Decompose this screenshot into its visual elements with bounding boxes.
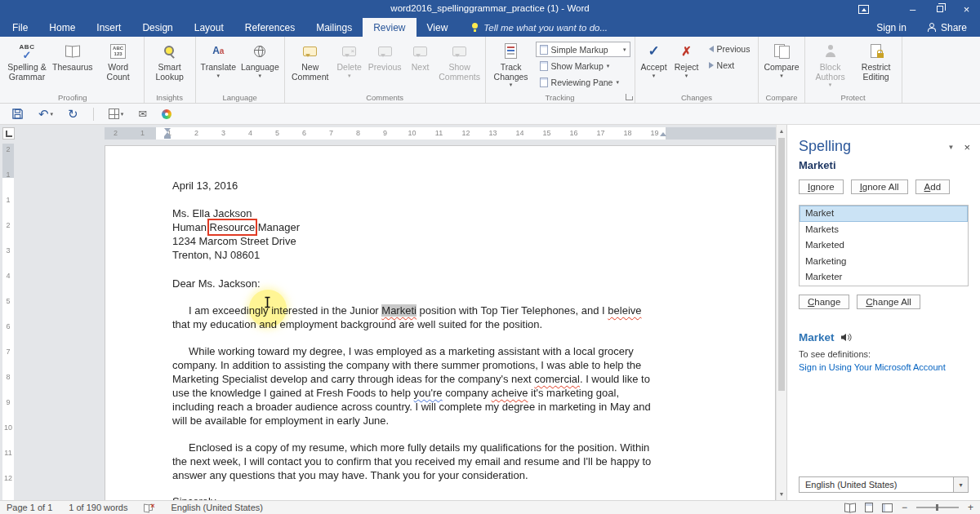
language-button[interactable]: Language ▾ [238,38,282,91]
left-indent-marker[interactable] [164,136,171,139]
reviewing-pane-button[interactable]: Reviewing Pane ▾ [536,75,630,90]
next-change-button[interactable]: Next [705,58,755,73]
mail-button[interactable]: ✉ [138,108,147,120]
add-button[interactable]: Add [915,179,950,194]
document-scrollbar[interactable]: ▲ ▼ [776,125,786,500]
pane-options-icon[interactable]: ▼ [947,144,954,151]
redo-button[interactable]: ↻ [68,108,78,120]
ribbon-tab[interactable]: References [234,18,305,37]
speaker-icon[interactable] [840,333,852,342]
zoom-out-button[interactable]: − [902,502,907,513]
suggestion-item[interactable]: Marketer [800,269,968,286]
share-label: Share [941,22,967,33]
pane-close-icon[interactable]: × [964,141,970,153]
web-layout-button[interactable] [882,503,893,512]
read-mode-button[interactable] [844,503,856,512]
proofing-language-dropdown[interactable]: English (United States) ▾ [799,476,969,493]
draw-table-button[interactable]: ▾ [109,109,124,119]
delete-comment-icon: × [342,47,356,56]
tab-stop-selector[interactable] [2,127,15,140]
undo-button[interactable]: ↶ ▾ [38,108,53,120]
ribbon-tab[interactable]: File [2,18,38,37]
new-comment-button[interactable]: New Comment [287,38,333,91]
ribbon-tab[interactable]: Insert [86,18,131,37]
ribbon-tab[interactable]: View [416,18,459,37]
show-comments-icon [452,47,466,56]
word-count-indicator[interactable]: 1 of 190 words [69,503,127,512]
document-page[interactable]: April 13, 2016 Ms. Ella Jackson Human Re… [105,145,776,500]
suggestion-item[interactable]: Marketing [800,254,968,270]
word-count-button[interactable]: ABC123 Word Count [96,38,141,91]
ignore-button[interactable]: Ignore [799,179,844,194]
scroll-down-icon[interactable]: ▼ [777,489,786,499]
ribbon-group-protect: Block Authors ▾ Restrict Editing Protect [805,37,902,103]
misspelled-comercial: comercial [534,373,580,385]
share-button[interactable]: Share [928,22,967,33]
show-markup-button[interactable]: Show Markup ▾ [536,59,630,73]
print-layout-button[interactable] [865,503,873,512]
display-for-review-dropdown[interactable]: Simple Markup ▾ [536,42,630,57]
restrict-editing-button[interactable]: Restrict Editing [853,38,899,91]
scroll-up-icon[interactable]: ▲ [777,126,786,136]
zoom-in-button[interactable]: + [968,502,973,513]
proofing-status-icon[interactable] [144,503,154,512]
suggestion-item[interactable]: Market [800,206,968,222]
track-changes-button[interactable]: Track Changes ▾ [488,38,534,91]
save-button[interactable] [11,108,24,120]
ribbon-tab[interactable]: Home [38,18,86,37]
ribbon-tab[interactable]: Layout [184,18,234,37]
suggestion-item[interactable]: Marketed [800,237,968,254]
dropdown-caret-icon: ▾ [259,73,262,79]
ruler-number: 8 [2,365,14,390]
language-indicator[interactable]: English (United States) [171,503,263,512]
right-indent-marker[interactable] [660,132,666,136]
ribbon-display-options-button[interactable] [854,2,872,16]
reject-button[interactable]: ✗ Reject ▾ [670,38,703,91]
addin-button[interactable] [162,109,172,119]
ignore-all-button[interactable]: Ignore All [851,179,908,194]
compare-button[interactable]: Compare ▾ [761,38,801,91]
show-comments-button[interactable]: Show Comments [437,38,483,91]
zoom-slider[interactable] [916,507,959,508]
group-label-tracking: Tracking [486,93,635,102]
thesaurus-button[interactable]: Thesaurus [50,38,96,91]
ruler-number: 3 [210,127,237,140]
scrollbar-thumb[interactable] [778,138,785,391]
translate-button[interactable]: Aa Translate ▾ [198,38,238,91]
restore-button[interactable] [926,0,953,18]
sign-in-definitions-link[interactable]: Sign in Using Your Microsoft Account [799,362,969,372]
vertical-ruler[interactable]: 21123456789101112 [2,144,14,500]
smart-lookup-button[interactable]: Smart Lookup [147,38,193,91]
quick-access-toolbar: ↶ ▾ ↻ ▾ ✉ [0,104,980,125]
previous-arrow-icon [709,46,714,52]
accept-button[interactable]: ✓ Accept ▾ [638,38,670,91]
horizontal-ruler[interactable]: 2112345678910111213141516171819 [105,127,776,140]
ribbon-tab[interactable]: Mailings [305,18,363,37]
ribbon-tab[interactable]: Review [363,18,416,37]
delete-comment-button[interactable]: × Delete ▾ [333,38,366,91]
thesaurus-label: Thesaurus [52,63,93,73]
zoom-slider-thumb[interactable] [936,504,938,511]
ruler-number: 1 [2,188,14,213]
previous-comment-button[interactable]: Previous [366,38,404,91]
tell-me-box[interactable]: Tell me what you want to do... [471,18,608,37]
block-authors-button[interactable]: Block Authors ▾ [808,38,853,91]
tracking-dialog-launcher[interactable] [626,94,632,100]
page-indicator[interactable]: Page 1 of 1 [7,503,52,512]
envelope-icon: ✉ [138,108,147,120]
paragraph-2: While working toward my degree, I was em… [172,344,656,428]
ribbon-tab[interactable]: Design [131,18,183,37]
change-button[interactable]: Change [799,295,849,309]
spelling-grammar-button[interactable]: ABC✓ Spelling & Grammar [4,38,50,91]
word-count-label: Word Count [98,63,139,82]
previous-change-button[interactable]: Previous [705,42,755,56]
suggestion-item[interactable]: Markets [800,222,968,238]
sign-in-link[interactable]: Sign in [876,22,906,33]
change-all-button[interactable]: Change All [857,295,920,309]
next-comment-button[interactable]: Next [404,38,437,91]
close-button[interactable]: × [953,0,980,18]
flagged-word-marketi: Marketi [381,304,416,317]
simple-markup-label: Simple Markup [551,45,608,55]
person-icon [928,23,936,32]
minimize-button[interactable]: – [899,0,926,18]
